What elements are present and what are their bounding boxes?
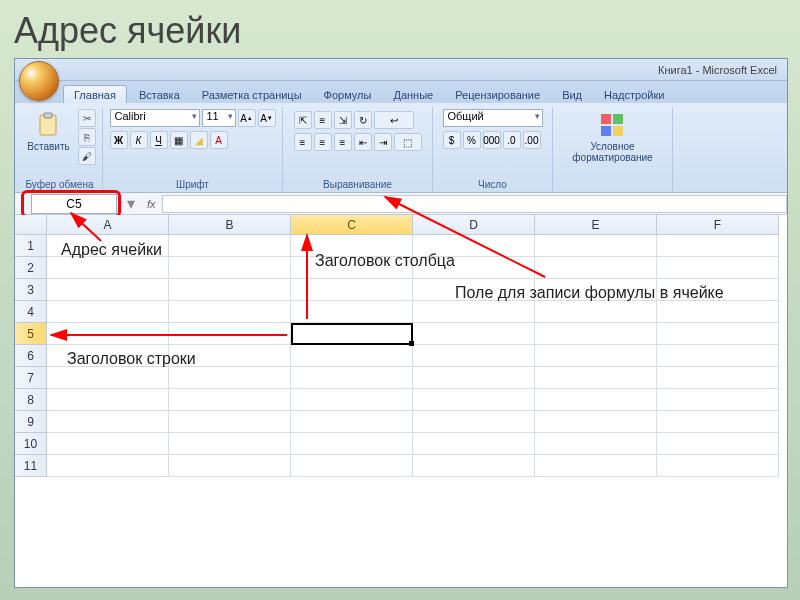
cell[interactable] — [169, 433, 291, 455]
cell[interactable] — [169, 455, 291, 477]
cell[interactable] — [413, 345, 535, 367]
cell[interactable] — [169, 411, 291, 433]
increase-indent-button[interactable]: ⇥ — [374, 133, 392, 151]
row-header-3[interactable]: 3 — [15, 279, 47, 301]
row-header-8[interactable]: 8 — [15, 389, 47, 411]
cell[interactable] — [47, 301, 169, 323]
decrease-decimal-button[interactable]: .00 — [523, 131, 541, 149]
formula-input[interactable] — [162, 195, 787, 213]
paste-button[interactable]: Вставить — [23, 109, 73, 154]
cell[interactable] — [657, 455, 779, 477]
cell[interactable] — [291, 345, 413, 367]
cell[interactable] — [535, 345, 657, 367]
row-header-1[interactable]: 1 — [15, 235, 47, 257]
row-header-9[interactable]: 9 — [15, 411, 47, 433]
tab-home[interactable]: Главная — [63, 85, 127, 103]
cell[interactable] — [47, 323, 169, 345]
align-top-button[interactable]: ⇱ — [294, 111, 312, 129]
cell[interactable] — [535, 411, 657, 433]
percent-button[interactable]: % — [463, 131, 481, 149]
conditional-formatting-button[interactable]: Условное форматирование — [568, 109, 656, 165]
cell[interactable] — [413, 323, 535, 345]
cell[interactable] — [657, 323, 779, 345]
cell[interactable] — [657, 411, 779, 433]
cell[interactable] — [169, 367, 291, 389]
tab-page-layout[interactable]: Разметка страницы — [192, 86, 312, 103]
cell[interactable] — [291, 279, 413, 301]
cell[interactable] — [535, 433, 657, 455]
align-right-button[interactable]: ≡ — [334, 133, 352, 151]
cell[interactable] — [413, 411, 535, 433]
cell[interactable] — [657, 389, 779, 411]
cut-button[interactable]: ✂ — [78, 109, 96, 127]
tab-review[interactable]: Рецензирование — [445, 86, 550, 103]
fill-color-button[interactable]: ◢ — [190, 131, 208, 149]
italic-button[interactable]: К — [130, 131, 148, 149]
cell[interactable] — [657, 257, 779, 279]
cell[interactable] — [47, 389, 169, 411]
cell[interactable] — [47, 433, 169, 455]
tab-insert[interactable]: Вставка — [129, 86, 190, 103]
comma-button[interactable]: 000 — [483, 131, 501, 149]
font-color-button[interactable]: A — [210, 131, 228, 149]
font-name-combo[interactable]: Calibri — [110, 109, 200, 127]
row-header-4[interactable]: 4 — [15, 301, 47, 323]
border-button[interactable]: ▦ — [170, 131, 188, 149]
cell[interactable] — [291, 389, 413, 411]
cell[interactable] — [47, 257, 169, 279]
fx-label[interactable]: fx — [141, 198, 162, 210]
cell[interactable] — [657, 301, 779, 323]
row-header-11[interactable]: 11 — [15, 455, 47, 477]
col-header-a[interactable]: A — [47, 215, 169, 235]
cell[interactable] — [413, 301, 535, 323]
name-box-dropdown[interactable]: ▾ — [121, 194, 141, 213]
select-all-corner[interactable] — [15, 215, 47, 235]
wrap-text-button[interactable]: ↩ — [374, 111, 414, 129]
cell[interactable] — [291, 301, 413, 323]
row-header-10[interactable]: 10 — [15, 433, 47, 455]
shrink-font-button[interactable]: A▼ — [258, 109, 276, 127]
cell[interactable] — [535, 367, 657, 389]
increase-decimal-button[interactable]: .0 — [503, 131, 521, 149]
cell[interactable] — [413, 455, 535, 477]
currency-button[interactable]: $ — [443, 131, 461, 149]
cell[interactable] — [413, 367, 535, 389]
cell[interactable] — [47, 279, 169, 301]
cell[interactable] — [47, 367, 169, 389]
decrease-indent-button[interactable]: ⇤ — [354, 133, 372, 151]
tab-formulas[interactable]: Формулы — [314, 86, 382, 103]
col-header-e[interactable]: E — [535, 215, 657, 235]
align-left-button[interactable]: ≡ — [294, 133, 312, 151]
cell[interactable] — [535, 257, 657, 279]
align-bottom-button[interactable]: ⇲ — [334, 111, 352, 129]
cell[interactable] — [169, 235, 291, 257]
font-size-combo[interactable]: 11 — [202, 109, 236, 127]
grow-font-button[interactable]: A▲ — [238, 109, 256, 127]
row-header-7[interactable]: 7 — [15, 367, 47, 389]
cell[interactable] — [413, 389, 535, 411]
cell[interactable] — [169, 323, 291, 345]
cell[interactable] — [291, 433, 413, 455]
row-header-2[interactable]: 2 — [15, 257, 47, 279]
row-header-6[interactable]: 6 — [15, 345, 47, 367]
office-button[interactable] — [19, 61, 59, 101]
row-header-5[interactable]: 5 — [15, 323, 47, 345]
cell[interactable] — [291, 367, 413, 389]
cell[interactable] — [169, 301, 291, 323]
col-header-b[interactable]: B — [169, 215, 291, 235]
cell[interactable] — [535, 301, 657, 323]
tab-view[interactable]: Вид — [552, 86, 592, 103]
cell[interactable] — [535, 235, 657, 257]
underline-button[interactable]: Ч — [150, 131, 168, 149]
col-header-d[interactable]: D — [413, 215, 535, 235]
cell[interactable] — [47, 455, 169, 477]
cell[interactable] — [291, 411, 413, 433]
cell[interactable] — [657, 235, 779, 257]
cell[interactable] — [413, 433, 535, 455]
cell[interactable] — [657, 367, 779, 389]
cell[interactable] — [535, 323, 657, 345]
cell[interactable] — [535, 389, 657, 411]
cell[interactable] — [657, 345, 779, 367]
cell[interactable] — [657, 433, 779, 455]
cell[interactable] — [169, 279, 291, 301]
